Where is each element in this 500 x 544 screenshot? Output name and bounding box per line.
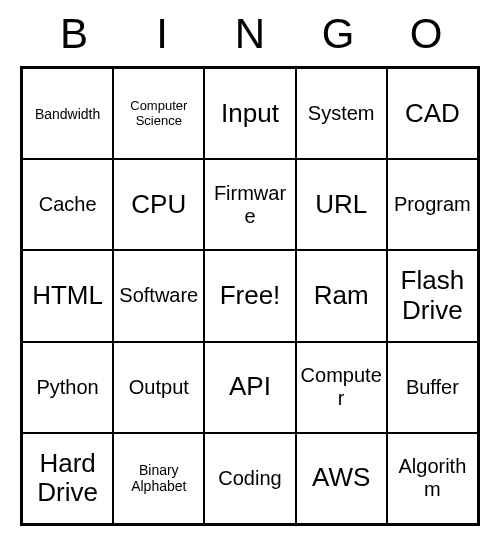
bingo-cell-1-4[interactable]: Program <box>387 159 478 250</box>
bingo-cell-3-0[interactable]: Python <box>22 342 113 433</box>
bingo-cell-4-1[interactable]: Binary Alphabet <box>113 433 204 524</box>
bingo-cell-4-2[interactable]: Coding <box>204 433 295 524</box>
bingo-cell-0-3[interactable]: System <box>296 68 387 159</box>
bingo-cell-1-1[interactable]: CPU <box>113 159 204 250</box>
bingo-cell-2-0[interactable]: HTML <box>22 250 113 341</box>
bingo-cell-0-0[interactable]: Bandwidth <box>22 68 113 159</box>
bingo-cell-4-3[interactable]: AWS <box>296 433 387 524</box>
bingo-cell-0-4[interactable]: CAD <box>387 68 478 159</box>
bingo-grid: BandwidthComputer ScienceInputSystemCADC… <box>20 66 480 526</box>
bingo-cell-2-2[interactable]: Free! <box>204 250 295 341</box>
bingo-cell-3-2[interactable]: API <box>204 342 295 433</box>
bingo-cell-3-3[interactable]: Computer <box>296 342 387 433</box>
bingo-cell-0-1[interactable]: Computer Science <box>113 68 204 159</box>
header-letter-b: B <box>30 10 118 58</box>
bingo-cell-2-1[interactable]: Software <box>113 250 204 341</box>
bingo-cell-1-0[interactable]: Cache <box>22 159 113 250</box>
bingo-card: B I N G O BandwidthComputer ScienceInput… <box>20 10 480 526</box>
bingo-cell-2-4[interactable]: Flash Drive <box>387 250 478 341</box>
bingo-cell-4-4[interactable]: Algorithm <box>387 433 478 524</box>
header-letter-g: G <box>294 10 382 58</box>
bingo-cell-1-2[interactable]: Firmware <box>204 159 295 250</box>
bingo-cell-1-3[interactable]: URL <box>296 159 387 250</box>
bingo-header: B I N G O <box>20 10 480 58</box>
bingo-cell-4-0[interactable]: Hard Drive <box>22 433 113 524</box>
bingo-cell-3-4[interactable]: Buffer <box>387 342 478 433</box>
bingo-cell-2-3[interactable]: Ram <box>296 250 387 341</box>
bingo-cell-3-1[interactable]: Output <box>113 342 204 433</box>
header-letter-o: O <box>382 10 470 58</box>
header-letter-n: N <box>206 10 294 58</box>
bingo-cell-0-2[interactable]: Input <box>204 68 295 159</box>
header-letter-i: I <box>118 10 206 58</box>
